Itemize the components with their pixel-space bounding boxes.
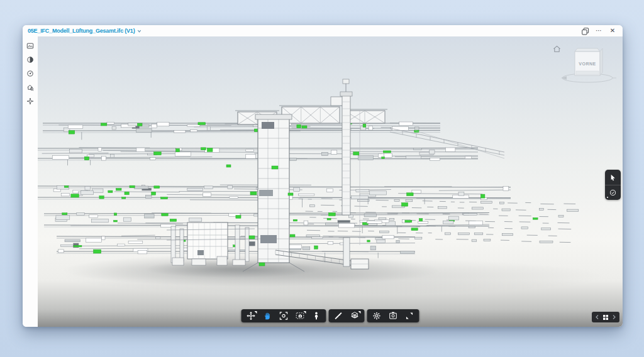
flyout-dot [607, 197, 608, 198]
view-layout-switcher [592, 312, 619, 322]
flyout-indicator [304, 311, 306, 314]
3d-viewport[interactable]: VORNE [38, 36, 623, 327]
desktop-background: 05E_IFC_Modell_Lüftung_Gesamt.ifc (V1) ⋯… [0, 0, 644, 357]
document-title: 05E_IFC_Modell_Lüftung_Gesamt.ifc (V1) [28, 28, 135, 34]
more-options-button[interactable]: ⋯ [594, 26, 604, 35]
review-check-button[interactable] [605, 185, 621, 200]
chevron-left-icon[interactable] [595, 314, 599, 320]
viewer-app-window: 05E_IFC_Modell_Lüftung_Gesamt.ifc (V1) ⋯… [23, 25, 623, 327]
chevron-down-icon [137, 29, 142, 33]
orbit-icon[interactable] [247, 311, 256, 321]
screenshot-icon[interactable] [389, 311, 398, 321]
flyout-indicator [255, 311, 257, 314]
viewcube-front-label: VORNE [579, 62, 596, 66]
views-image-icon[interactable] [25, 41, 36, 50]
fullscreen-icon[interactable] [405, 311, 414, 321]
measure-icon[interactable] [334, 311, 343, 321]
settings-tools-group [367, 309, 419, 322]
camera-icon[interactable] [296, 311, 305, 321]
viewcube[interactable]: VORNE [556, 41, 619, 89]
section-icon[interactable] [350, 311, 360, 321]
navigation-tools-group [242, 309, 326, 322]
ifc-ventilation-model [38, 36, 623, 327]
analysis-tools-group [329, 309, 365, 322]
close-button[interactable]: ✕ [608, 26, 618, 35]
cursor-select-button[interactable] [605, 170, 621, 185]
pan-hand-icon[interactable] [263, 311, 272, 321]
viewcube-bottom-edge [576, 71, 599, 75]
flyout-indicator [358, 311, 361, 314]
first-person-icon[interactable] [312, 311, 321, 321]
chevron-right-icon[interactable] [612, 314, 616, 320]
browser-tabs-icon[interactable] [580, 26, 590, 35]
settings-gear-icon[interactable] [372, 311, 382, 321]
fit-view-icon[interactable] [279, 311, 289, 321]
grid-icon[interactable] [602, 314, 609, 321]
document-title-dropdown[interactable]: 05E_IFC_Modell_Lüftung_Gesamt.ifc (V1) [28, 28, 142, 34]
home-search-icon[interactable] [25, 83, 36, 92]
compass-pointer [561, 76, 567, 80]
window-controls: ⋯ ✕ [580, 26, 618, 35]
main-toolbar [242, 309, 419, 322]
gauge-icon[interactable] [25, 69, 36, 78]
titlebar: 05E_IFC_Modell_Lüftung_Gesamt.ifc (V1) ⋯… [23, 25, 623, 36]
viewcube-top-face[interactable] [575, 48, 600, 52]
selection-tools-panel [605, 170, 621, 200]
contrast-sphere-icon[interactable] [25, 55, 36, 64]
left-sidebar [23, 36, 38, 327]
gear-flower-icon[interactable] [25, 97, 36, 106]
viewcube-right-face[interactable] [600, 48, 602, 75]
